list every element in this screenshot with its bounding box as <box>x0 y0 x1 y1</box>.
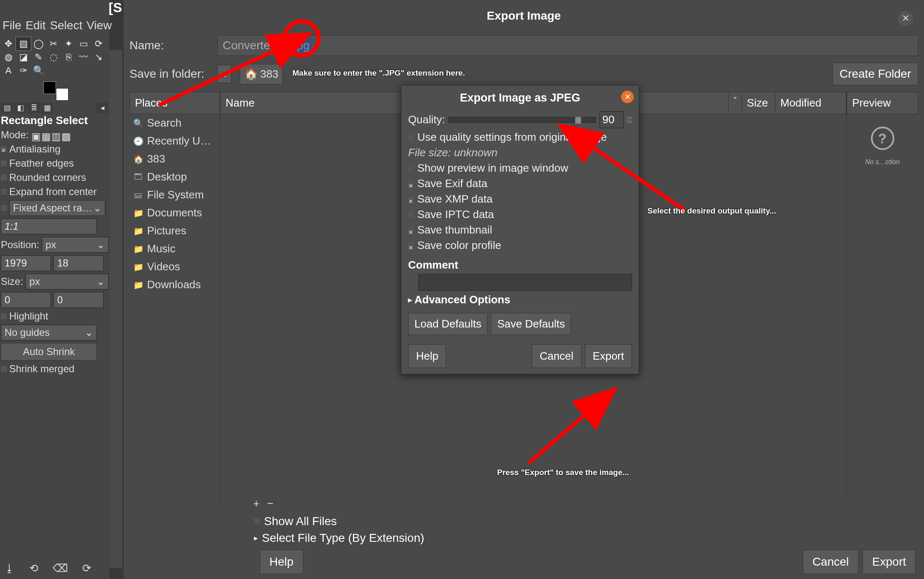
mode-add-icon[interactable]: ▦ <box>41 131 51 139</box>
pos-y-input[interactable] <box>53 255 104 271</box>
filename-input[interactable]: ConverterAp.jpg <box>217 35 918 56</box>
quality-value[interactable]: 90 <box>599 111 624 128</box>
tool-rect-select-icon[interactable]: ▧ <box>16 37 31 51</box>
tab-device-icon[interactable]: ◧ <box>14 102 27 113</box>
auto-shrink-button[interactable]: Auto Shrink <box>1 343 97 361</box>
tab-images-icon[interactable]: ▦ <box>41 102 53 113</box>
tool-gradient-icon[interactable]: ◪ <box>16 51 31 64</box>
tool-eraser-icon[interactable]: ◌ <box>46 51 61 64</box>
modified-header[interactable]: Modified <box>775 92 846 114</box>
tool-bucket-icon[interactable]: ◍ <box>1 51 16 64</box>
check-show-preview[interactable] <box>408 165 414 171</box>
save-options-icon[interactable]: ⭳ <box>4 562 15 575</box>
guides-select[interactable]: No guides⌄ <box>1 325 97 340</box>
places-item[interactable]: 📁Music <box>129 240 220 258</box>
path-segment-home[interactable]: 🏠 383 <box>240 64 283 84</box>
expander-icon[interactable]: ▸ <box>254 533 258 543</box>
jpeg-help-button[interactable]: Help <box>408 344 446 368</box>
tool-rotate-icon[interactable]: ⟳ <box>91 37 106 51</box>
mode-subtract-icon[interactable]: ▥ <box>51 131 61 139</box>
check-save-iptc[interactable] <box>408 212 414 218</box>
restore-options-icon[interactable]: ⟲ <box>29 562 38 575</box>
check-save-xmp[interactable] <box>408 196 414 202</box>
tool-path-icon[interactable]: ↘ <box>91 51 106 64</box>
menu-file[interactable]: File <box>2 18 22 33</box>
check-use-orig-quality[interactable] <box>408 135 414 140</box>
places-item[interactable]: 📁Pictures <box>129 222 220 240</box>
jpeg-close-button[interactable]: ✕ <box>621 91 634 103</box>
menu-view[interactable]: View <box>86 18 112 33</box>
cancel-button[interactable]: Cancel <box>803 550 858 574</box>
advanced-options-label[interactable]: Advanced Options <box>414 293 510 306</box>
comment-input[interactable] <box>418 274 632 291</box>
places-item[interactable]: 📁Videos <box>129 258 220 276</box>
check-shrink-merged[interactable] <box>1 366 7 372</box>
quality-slider[interactable] <box>448 117 596 123</box>
places-item[interactable]: 🔍Search <box>129 114 220 132</box>
check-antialias[interactable] <box>1 146 7 152</box>
check-rounded[interactable] <box>1 175 7 180</box>
mode-intersect-icon[interactable]: ▩ <box>61 131 71 139</box>
fg-color-swatch[interactable] <box>43 81 56 94</box>
check-save-color[interactable] <box>408 243 414 249</box>
tab-menu-icon[interactable]: ◂ <box>96 102 109 113</box>
tool-free-select-icon[interactable]: ✂ <box>46 37 61 51</box>
help-button[interactable]: Help <box>260 550 303 574</box>
tool-smudge-icon[interactable]: 〰 <box>76 51 91 64</box>
places-remove-button[interactable]: − <box>267 497 273 510</box>
jpeg-export-button[interactable]: Export <box>585 344 632 368</box>
places-item[interactable]: 🕘Recently U… <box>129 132 220 150</box>
check-save-thumb[interactable] <box>408 227 414 233</box>
select-file-type-label[interactable]: Select File Type (By Extension) <box>262 531 424 545</box>
export-button[interactable]: Export <box>863 550 916 574</box>
mode-replace-icon[interactable]: ▣ <box>31 131 41 139</box>
places-item[interactable]: 🖴File System <box>129 186 220 204</box>
tool-clone-icon[interactable]: ⎘ <box>61 51 76 64</box>
size-header[interactable]: Size <box>742 92 775 114</box>
places-item[interactable]: 🗔Desktop <box>129 168 220 186</box>
save-defaults-button[interactable]: Save Defaults <box>491 313 571 335</box>
check-save-exif[interactable] <box>408 181 414 187</box>
jpeg-cancel-button[interactable]: Cancel <box>532 344 581 368</box>
load-defaults-button[interactable]: Load Defaults <box>408 313 487 335</box>
check-show-all-files[interactable] <box>254 518 260 524</box>
path-back-button[interactable]: ‹ <box>217 65 231 83</box>
fixed-select[interactable]: Fixed Aspect ra…⌄ <box>9 200 105 216</box>
size-h-input[interactable] <box>53 292 104 308</box>
tab-history-icon[interactable]: ≣ <box>28 102 40 113</box>
reset-options-icon[interactable]: ⟳ <box>82 562 91 575</box>
size-unit[interactable]: px ⌄ <box>25 274 109 290</box>
places-item[interactable]: 🏠383 <box>129 150 220 168</box>
tool-zoom-icon[interactable]: 🔍 <box>31 64 46 77</box>
aspect-ratio-input[interactable] <box>1 218 97 234</box>
delete-options-icon[interactable]: ⌫ <box>53 562 68 575</box>
places-add-button[interactable]: + <box>253 497 259 510</box>
menu-select[interactable]: Select <box>49 18 83 33</box>
tool-move-icon[interactable]: ✥ <box>1 37 16 51</box>
places-item[interactable]: 📁Documents <box>129 204 220 222</box>
tool-fuzzy-select-icon[interactable]: ✦ <box>61 37 76 51</box>
tool-ellipse-select-icon[interactable]: ◯ <box>31 37 46 51</box>
create-folder-button[interactable]: Create Folder <box>833 63 918 85</box>
places-item[interactable]: 📁Downloads <box>129 276 220 294</box>
size-w-input[interactable] <box>1 292 51 308</box>
check-highlight[interactable] <box>1 313 7 319</box>
tab-tool-options-icon[interactable]: ▤ <box>1 102 13 113</box>
tool-color-picker-icon[interactable]: ✑ <box>16 64 31 77</box>
bg-color-swatch[interactable] <box>56 88 69 101</box>
check-fixed[interactable] <box>1 205 7 211</box>
name-sort-icon[interactable]: ⌄ <box>729 92 742 114</box>
pos-x-input[interactable] <box>1 255 51 271</box>
tool-pencil-icon[interactable]: ✎ <box>31 51 46 64</box>
fg-bg-color[interactable] <box>43 81 69 101</box>
menu-edit[interactable]: Edit <box>25 18 46 33</box>
pos-unit[interactable]: px ⌄ <box>42 237 109 253</box>
tool-crop-icon[interactable]: ▭ <box>76 37 91 51</box>
check-feather[interactable] <box>1 160 7 166</box>
tool-text-icon[interactable]: A <box>1 64 16 77</box>
slider-thumb[interactable] <box>575 117 581 124</box>
expander-icon[interactable]: ▸ <box>408 295 412 305</box>
close-button[interactable]: ✕ <box>898 11 913 26</box>
quality-spinner[interactable] <box>627 117 632 123</box>
check-expand[interactable] <box>1 189 7 195</box>
